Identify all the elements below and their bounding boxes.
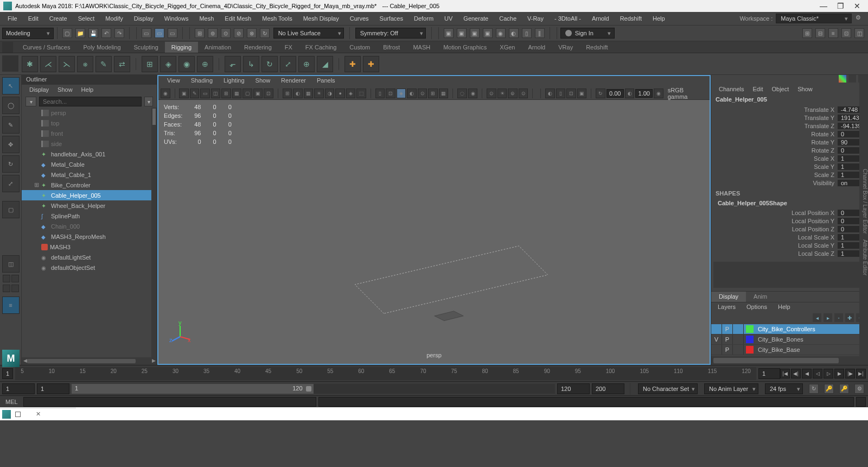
shelf-mirror-icon[interactable]: ⇄ [114, 56, 130, 72]
viewport-canvas[interactable]: Verts:4800Edges:9600Faces:4800Tris:9600U… [158, 100, 710, 364]
layout-three-icon[interactable] [3, 285, 10, 292]
layer-vis-toggle[interactable] [711, 345, 722, 355]
vp-2d-icon[interactable]: ◫ [211, 89, 221, 98]
cb-menu-object[interactable]: Object [768, 86, 792, 93]
menu-vray[interactable]: V-Ray [522, 13, 549, 24]
shelf-skin-icon[interactable]: ⎈ [77, 56, 93, 72]
playback-start-field[interactable]: 1 [37, 383, 69, 394]
select-tool[interactable]: ↖ [2, 77, 20, 94]
attr-label[interactable]: Scale X [711, 155, 838, 162]
vp-isolate-icon[interactable]: ▯ [375, 89, 385, 98]
select-object-icon[interactable]: ▭ [155, 28, 164, 38]
attr-label[interactable]: Rotate X [711, 131, 838, 137]
undo-icon[interactable]: ↶ [101, 28, 111, 38]
layer-tab-display[interactable]: Display [711, 292, 746, 302]
render-icon[interactable]: ▣ [444, 28, 454, 38]
expander-icon[interactable]: ⊞ [34, 181, 39, 188]
shelf-ikspline-icon[interactable]: ⋋ [59, 56, 75, 72]
outliner-filter-icon[interactable]: ▾ [25, 97, 36, 106]
ui-element-icon-4[interactable]: ⊡ [841, 28, 851, 38]
vp-joint-icon[interactable]: ⊚ [508, 89, 518, 98]
attr-label[interactable]: Translate Z [711, 123, 838, 129]
shelf-tab-custom[interactable]: Custom [343, 42, 376, 53]
time-start-field[interactable]: 1 [2, 368, 13, 379]
attr-label[interactable]: Local Scale Y [711, 242, 838, 249]
vp-expose4-icon[interactable]: ▣ [577, 89, 587, 98]
vp-expose2-icon[interactable]: ▯ [556, 89, 566, 98]
menu-create[interactable]: Create [44, 13, 73, 24]
attr-label[interactable]: Visibility [711, 180, 838, 186]
menu-deform[interactable]: Deform [409, 13, 439, 24]
shelf-pole-icon[interactable]: ◢ [317, 56, 333, 72]
channel-object-name[interactable]: Cable_Helper_005 [711, 94, 868, 104]
vp-expose3-icon[interactable]: ⊡ [566, 89, 576, 98]
snap-live-icon[interactable]: ⊗ [247, 28, 257, 38]
menu-display[interactable]: Display [129, 13, 159, 24]
shelf-tab-animation[interactable]: Animation [198, 42, 238, 53]
layer-color-swatch[interactable] [746, 325, 754, 333]
vp-aa-icon[interactable]: ◈ [346, 89, 356, 98]
workspace-gear-icon[interactable]: ⚙ [856, 14, 864, 23]
shelf-wrap-icon[interactable]: ⊕ [197, 56, 213, 72]
attr-label[interactable]: Local Scale X [711, 234, 838, 241]
layer-row[interactable]: PCity_Bike_Controllers [711, 324, 868, 335]
vp-safe-icon[interactable]: ⊡ [264, 89, 273, 98]
layer-color-swatch[interactable] [746, 346, 754, 354]
layer-playback-toggle[interactable]: P [722, 345, 733, 355]
snap-toggle-icon[interactable]: ↻ [260, 28, 270, 38]
vp-res-icon[interactable]: ▣ [253, 89, 263, 98]
shelf-blend-icon[interactable]: ◉ [178, 56, 195, 72]
vp-ao-icon[interactable]: ● [335, 89, 345, 98]
vp-film-icon[interactable]: ▦ [232, 89, 242, 98]
menu-dtoall[interactable]: - 3DtoAll - [549, 13, 586, 24]
vp-light-icon[interactable]: ☀ [314, 89, 324, 98]
menu-modify[interactable]: Modify [100, 13, 128, 24]
attr-label[interactable]: Translate X [711, 106, 838, 113]
layer-type-toggle[interactable] [733, 324, 744, 334]
shelf-tab-arnold[interactable]: Arnold [521, 42, 552, 53]
menu-surfaces[interactable]: Surfaces [374, 13, 409, 24]
outliner-item-mash3repromesh[interactable]: MASH3_ReproMesh [22, 231, 157, 242]
ui-element-icon-1[interactable]: ⊞ [802, 28, 812, 38]
menu-arnold[interactable]: Arnold [586, 13, 615, 24]
menu-select[interactable]: Select [73, 13, 100, 24]
layer-row[interactable]: VPCity_Bike_Bones [711, 335, 868, 345]
vp-gamma-field[interactable]: 1.00 [635, 89, 653, 98]
prefs-icon[interactable]: ⚙ [854, 384, 864, 394]
vp-fog-icon[interactable]: ◌ [457, 89, 467, 98]
pause-icon[interactable]: ‖ [535, 28, 545, 38]
vp-wireontex-icon[interactable]: ⊞ [428, 89, 438, 98]
step-fwd-button[interactable]: ▶ [834, 369, 844, 378]
move-tool[interactable]: ✥ [2, 136, 20, 153]
fps-dropdown[interactable]: 24 fps [765, 383, 803, 394]
render-view-icon[interactable]: ◉ [496, 28, 506, 38]
shelf-point-icon[interactable]: ↳ [243, 56, 259, 72]
cb-menu-channels[interactable]: Channels [716, 86, 747, 93]
shelf-tab-fxcaching[interactable]: FX Caching [299, 42, 343, 53]
layer-menu-options[interactable]: Options [742, 304, 771, 312]
layer-move-up-icon[interactable]: ◂ [813, 313, 821, 322]
task-close-icon[interactable]: ✕ [25, 411, 41, 418]
outliner-item-side[interactable]: side [22, 138, 157, 149]
vp-motion-icon[interactable]: ⬚ [356, 89, 366, 98]
shelf-cluster-icon[interactable]: ◈ [160, 56, 176, 72]
layer-vis-toggle[interactable]: V [711, 335, 722, 344]
menu-redshift[interactable]: Redshift [615, 13, 647, 24]
snap-point-icon[interactable]: ⊙ [221, 28, 231, 38]
shelf-tab-curvessurfaces[interactable]: Curves / Surfaces [16, 42, 76, 53]
attr-label[interactable]: Local Position X [711, 210, 838, 216]
outliner-scrollbar[interactable] [151, 108, 157, 357]
vp-backface-icon[interactable]: ⊙ [418, 89, 427, 98]
vp-colorspace-label[interactable]: sRGB gamma [665, 87, 707, 100]
task-maya-button[interactable]: ✕ [0, 408, 76, 420]
outliner-item-defaultobjectset[interactable]: defaultObjectSet [22, 262, 157, 273]
vp-deform-icon[interactable]: ⊙ [487, 89, 496, 98]
ipr-icon[interactable]: ▣ [457, 28, 467, 38]
minimize-button[interactable]: — [820, 2, 827, 10]
step-back-button[interactable]: ◀ [802, 369, 812, 378]
snap-grid-icon[interactable]: ⊞ [195, 28, 205, 38]
redo-icon[interactable]: ↷ [114, 28, 124, 38]
outliner-item-cablehelper005[interactable]: Cable_Helper_005 [22, 190, 157, 200]
cb-manip-icon[interactable] [839, 75, 846, 83]
vp-tex-icon[interactable]: ▦ [304, 89, 314, 98]
